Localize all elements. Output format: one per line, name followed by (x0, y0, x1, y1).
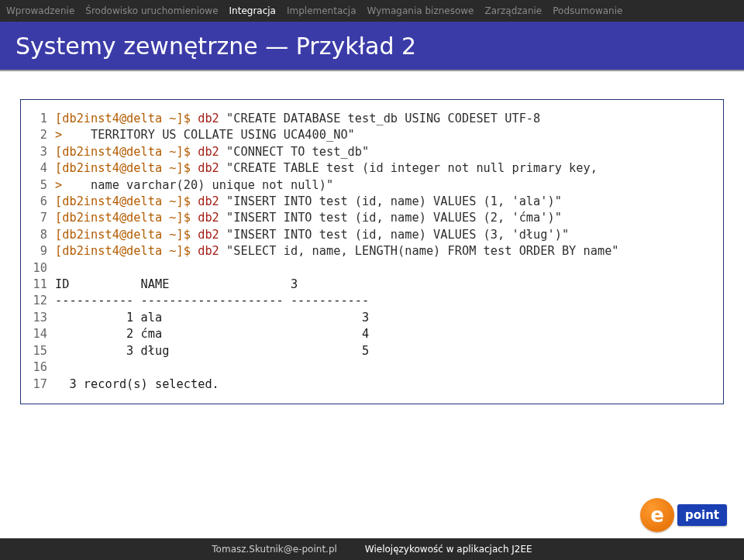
code-line: 4[db2inst4@delta ~]$ db2 "CREATE TABLE t… (29, 160, 715, 177)
code-text: [db2inst4@delta ~]$ db2 "INSERT INTO tes… (55, 210, 715, 226)
line-number: 5 (29, 177, 55, 194)
code-line: 13 1 ala 3 (29, 310, 715, 326)
code-line: 5> name varchar(20) unique not null)" (29, 177, 715, 194)
brand-logo: e point (640, 498, 727, 532)
code-line: 12----------- -------------------- -----… (29, 293, 715, 309)
line-number: 12 (29, 293, 55, 309)
code-line: 7[db2inst4@delta ~]$ db2 "INSERT INTO te… (29, 210, 715, 226)
logo-point-badge: point (677, 504, 727, 526)
line-number: 15 (29, 343, 55, 359)
code-text: ----------- -------------------- -------… (55, 293, 715, 309)
code-line: 11ID NAME 3 (29, 277, 715, 293)
code-text: [db2inst4@delta ~]$ db2 "SELECT id, name… (55, 243, 715, 259)
code-text: [db2inst4@delta ~]$ db2 "CREATE DATABASE… (55, 111, 715, 127)
line-number: 3 (29, 144, 55, 160)
logo-e-badge: e (640, 498, 674, 532)
line-number: 16 (29, 359, 55, 376)
code-line: 10 (29, 260, 715, 277)
code-line: 6[db2inst4@delta ~]$ db2 "INSERT INTO te… (29, 194, 715, 210)
code-text: [db2inst4@delta ~]$ db2 "INSERT INTO tes… (55, 194, 715, 210)
top-nav: WprowadzenieŚrodowisko uruchomienioweInt… (0, 0, 744, 22)
line-number: 11 (29, 277, 55, 293)
footer-bar: Tomasz.Skutnik@e-point.pl Wielojęzykowoś… (0, 538, 744, 560)
nav-item-5[interactable]: Zarządzanie (484, 5, 542, 16)
footer-title: Wielojęzykowość w aplikacjach J2EE (365, 544, 532, 555)
nav-item-4[interactable]: Wymagania biznesowe (367, 5, 474, 16)
code-line: 2> TERRITORY US COLLATE USING UCA400_NO" (29, 127, 715, 143)
code-text: 3 record(s) selected. (55, 376, 715, 393)
line-number: 17 (29, 376, 55, 393)
code-text: > name varchar(20) unique not null)" (55, 177, 715, 194)
nav-item-3[interactable]: Implementacja (287, 5, 356, 16)
line-number: 10 (29, 260, 55, 277)
line-number: 9 (29, 243, 55, 259)
code-text (55, 359, 715, 376)
code-text: [db2inst4@delta ~]$ db2 "CREATE TABLE te… (55, 160, 715, 177)
line-number: 7 (29, 210, 55, 226)
code-text: > TERRITORY US COLLATE USING UCA400_NO" (55, 127, 715, 143)
nav-item-2[interactable]: Integracja (229, 5, 276, 16)
line-number: 4 (29, 160, 55, 177)
line-number: 14 (29, 326, 55, 342)
line-number: 13 (29, 310, 55, 326)
footer-email: Tomasz.Skutnik@e-point.pl (212, 544, 337, 555)
code-text: 2 ćma 4 (55, 326, 715, 342)
code-line: 3[db2inst4@delta ~]$ db2 "CONNECT TO tes… (29, 144, 715, 160)
nav-item-1[interactable]: Środowisko uruchomieniowe (85, 5, 218, 16)
nav-item-0[interactable]: Wprowadzenie (6, 5, 74, 16)
slide-title: Systemy zewnętrzne — Przykład 2 (16, 33, 416, 60)
code-line: 15 3 dług 5 (29, 343, 715, 359)
code-text: 1 ala 3 (55, 310, 715, 326)
code-line: 16 (29, 359, 715, 376)
code-text: [db2inst4@delta ~]$ db2 "CONNECT TO test… (55, 144, 715, 160)
code-line: 9[db2inst4@delta ~]$ db2 "SELECT id, nam… (29, 243, 715, 259)
code-line: 1[db2inst4@delta ~]$ db2 "CREATE DATABAS… (29, 111, 715, 127)
line-number: 8 (29, 227, 55, 243)
content-area: 1[db2inst4@delta ~]$ db2 "CREATE DATABAS… (0, 71, 744, 404)
nav-item-6[interactable]: Podsumowanie (553, 5, 622, 16)
line-number: 1 (29, 111, 55, 127)
code-text: [db2inst4@delta ~]$ db2 "INSERT INTO tes… (55, 227, 715, 243)
code-text: 3 dług 5 (55, 343, 715, 359)
code-line: 14 2 ćma 4 (29, 326, 715, 342)
code-line: 17 3 record(s) selected. (29, 376, 715, 393)
code-text (55, 260, 715, 277)
code-text: ID NAME 3 (55, 277, 715, 293)
code-line: 8[db2inst4@delta ~]$ db2 "INSERT INTO te… (29, 227, 715, 243)
line-number: 2 (29, 127, 55, 143)
line-number: 6 (29, 194, 55, 210)
title-band: Systemy zewnętrzne — Przykład 2 (0, 22, 744, 71)
code-listing: 1[db2inst4@delta ~]$ db2 "CREATE DATABAS… (20, 99, 724, 404)
